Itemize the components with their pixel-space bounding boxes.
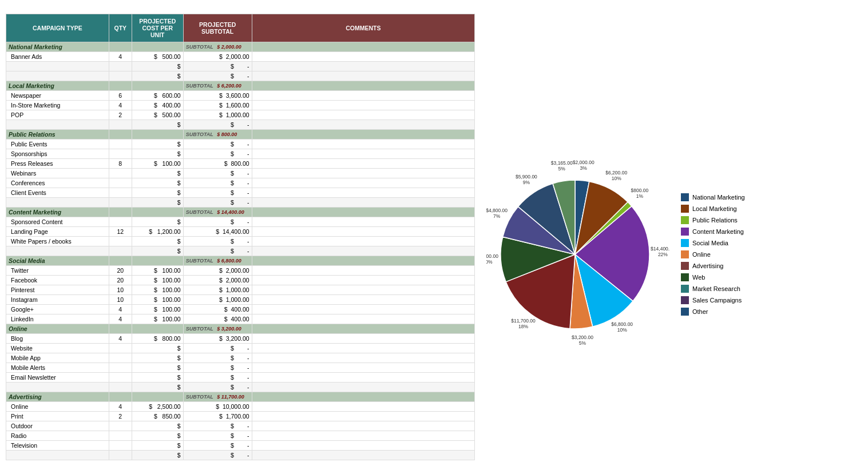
table-row: Client Events $ $ - <box>6 188 475 198</box>
category-row: Content Marketing SUBTOTAL $ 14,400.00 <box>6 208 475 217</box>
table-row: $ $ - <box>6 246 475 256</box>
category-name: Local Marketing <box>6 81 109 91</box>
category-name: Public Relations <box>6 130 109 140</box>
legend-color-box <box>681 285 689 293</box>
main-content: CAMPAIGN TYPE QTY PROJECTED COST PER UNI… <box>6 14 862 460</box>
table-row: In-Store Marketing 4 $ 400.00 $ 1,600.00 <box>6 101 475 110</box>
table-row: Mobile Alerts $ $ - <box>6 363 475 373</box>
budget-table-section: CAMPAIGN TYPE QTY PROJECTED COST PER UNI… <box>6 14 475 460</box>
legend-color-box <box>681 205 689 213</box>
legend-item: Content Marketing <box>681 228 745 236</box>
legend-label: Local Marketing <box>692 205 737 212</box>
legend-label: Advertising <box>692 262 723 269</box>
pie-label: $11,700.0018% <box>511 317 536 329</box>
chart-legend: National Marketing Local Marketing Publi… <box>681 193 745 316</box>
pie-label: $6,200.0010% <box>605 169 627 181</box>
category-name: Advertising <box>6 392 109 402</box>
legend-color-box <box>681 193 689 201</box>
col-qty: QTY <box>109 14 132 42</box>
table-row: Pinterest 10 $ 100.00 $ 1,000.00 <box>6 285 475 295</box>
table-row: Banner Ads 4 $ 500.00 $ 2,000.00 <box>6 52 475 62</box>
category-name: Online <box>6 324 109 334</box>
category-row: Social Media SUBTOTAL $ 6,800.00 <box>6 256 475 266</box>
table-row: Twitter 20 $ 100.00 $ 2,000.00 <box>6 266 475 276</box>
table-row: Conferences $ $ - <box>6 178 475 188</box>
legend-item: Web <box>681 273 745 281</box>
table-row: Public Events $ $ - <box>6 140 475 149</box>
legend-label: Market Research <box>692 285 740 292</box>
legend-color-box <box>681 250 689 258</box>
table-row: Email Newsletter $ $ - <box>6 373 475 383</box>
col-projected-subtotal: PROJECTED SUBTOTAL <box>183 14 252 42</box>
table-row: Google+ 4 $ 100.00 $ 400.00 <box>6 305 475 314</box>
legend-label: Online <box>692 251 711 258</box>
table-row: Webinars $ $ - <box>6 169 475 178</box>
pie-label: $4,800.007% <box>486 207 508 218</box>
table-row: Mobile App $ $ - <box>6 353 475 363</box>
pie-label: $2,000.003% <box>573 160 594 171</box>
col-campaign-type: CAMPAIGN TYPE <box>6 14 109 42</box>
category-name: National Marketing <box>6 42 109 52</box>
table-row: POP 2 $ 500.00 $ 1,000.00 <box>6 110 475 120</box>
legend-label: Public Relations <box>692 217 738 224</box>
legend-label: Web <box>692 274 705 281</box>
table-row: Facebook 20 $ 100.00 $ 2,000.00 <box>6 276 475 285</box>
col-projected-cost: PROJECTED COST PER UNIT <box>132 14 183 42</box>
legend-color-box <box>681 239 689 247</box>
table-row: Online 4 $ 2,500.00 $ 10,000.00 <box>6 402 475 412</box>
category-row: Local Marketing SUBTOTAL $ 6,200.00 <box>6 81 475 91</box>
table-row: Press Releases 8 $ 100.00 $ 800.00 <box>6 159 475 169</box>
table-row: Newspaper 6 $ 600.00 $ 3,600.00 <box>6 91 475 101</box>
legend-color-box <box>681 262 689 270</box>
legend-item: Advertising <box>681 262 745 270</box>
table-row: Landing Page 12 $ 1,200.00 $ 14,400.00 <box>6 227 475 237</box>
legend-color-box <box>681 216 689 224</box>
budget-table: CAMPAIGN TYPE QTY PROJECTED COST PER UNI… <box>6 14 475 460</box>
table-row: $ $ - <box>6 71 475 81</box>
table-row: $ $ - <box>6 62 475 71</box>
pie-label: $5,900.009% <box>516 174 537 185</box>
pie-label: $14,400.0022% <box>651 245 669 257</box>
table-row: White Papers / ebooks $ $ - <box>6 237 475 246</box>
pie-label: $800.001% <box>631 188 648 199</box>
pie-chart: $2,000.003%$6,200.0010%$800.001%$14,400.… <box>486 157 669 352</box>
table-row: Sponsored Content $ $ - <box>6 217 475 227</box>
table-row: Television $ $ - <box>6 441 475 451</box>
category-row: Advertising SUBTOTAL $ 11,700.00 <box>6 392 475 402</box>
legend-color-box <box>681 273 689 281</box>
legend-item: Public Relations <box>681 216 745 224</box>
category-row: National Marketing SUBTOTAL $ 2,000.00 <box>6 42 475 52</box>
pie-label: $6,400.0010% <box>486 253 498 264</box>
legend-item: National Marketing <box>681 193 745 201</box>
legend-color-box <box>681 228 689 236</box>
category-name: Content Marketing <box>6 208 109 217</box>
legend-label: Sales Campaigns <box>692 297 742 304</box>
table-row: Outdoor $ $ - <box>6 421 475 431</box>
table-row: $ $ - <box>6 451 475 460</box>
table-row: Instagram 10 $ 100.00 $ 1,000.00 <box>6 295 475 305</box>
chart-section: $2,000.003%$6,200.0010%$800.001%$14,400.… <box>486 48 745 460</box>
category-name: Social Media <box>6 256 109 266</box>
table-row: Website $ $ - <box>6 344 475 353</box>
legend-label: Other <box>692 308 708 315</box>
legend-item: Market Research <box>681 285 745 293</box>
table-row: Sponsorships $ $ - <box>6 149 475 159</box>
table-row: Print 2 $ 850.00 $ 1,700.00 <box>6 412 475 421</box>
table-row: $ $ - <box>6 198 475 208</box>
legend-label: Content Marketing <box>692 228 744 235</box>
legend-item: Social Media <box>681 239 745 247</box>
legend-color-box <box>681 296 689 304</box>
table-row: LinkedIn 4 $ 100.00 $ 400.00 <box>6 314 475 324</box>
legend-item: Local Marketing <box>681 205 745 213</box>
table-row: $ $ - <box>6 120 475 130</box>
pie-label: $3,165.005% <box>551 160 573 172</box>
table-row: $ $ - <box>6 383 475 392</box>
legend-color-box <box>681 308 689 316</box>
pie-label: $3,200.005% <box>572 334 593 345</box>
pie-label: $6,800.0010% <box>611 321 633 332</box>
table-row: Blog 4 $ 800.00 $ 3,200.00 <box>6 334 475 344</box>
legend-item: Sales Campaigns <box>681 296 745 304</box>
legend-label: Social Media <box>692 240 728 246</box>
legend-label: National Marketing <box>692 194 745 201</box>
col-comments: COMMENTS <box>252 14 474 42</box>
